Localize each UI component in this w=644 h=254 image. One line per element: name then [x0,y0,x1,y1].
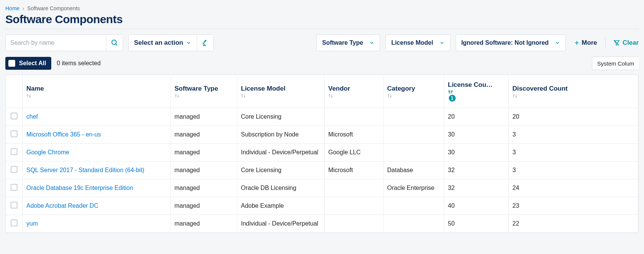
sort-active-asc-icon [448,89,505,95]
sort-icon [175,93,233,99]
svg-line-1 [115,44,117,45]
cell-software-type: managed [170,161,237,179]
row-checkbox[interactable] [11,166,17,173]
sort-icon [513,93,635,99]
filter-ignored-label: Ignored Software: Not Ignored [461,39,549,46]
search-box [5,34,123,51]
clear-label: Clear [622,39,639,47]
col-license-model[interactable]: License Model [237,75,324,108]
table-row: chef managed Core Licensing 20 20 [6,108,638,126]
cell-discovered-count: 20 [508,108,638,126]
row-name-link[interactable]: Google Chrome [27,149,69,155]
filter-ignored-software[interactable]: Ignored Software: Not Ignored [456,34,566,51]
row-checkbox[interactable] [11,130,17,137]
cell-license-count: 50 [444,215,508,233]
search-button[interactable] [106,35,123,51]
cell-software-type: managed [170,144,237,161]
col-vendor[interactable]: Vendor [324,75,383,108]
col-discovered-count[interactable]: Discovered Count [508,75,638,108]
select-action-label: Select an action [134,39,183,47]
cell-name: yum [22,215,170,233]
row-name-link[interactable]: Microsoft Office 365 - en-us [27,131,101,138]
cell-discovered-count: 24 [508,179,638,197]
col-category[interactable]: Category [383,75,444,108]
row-name-link[interactable]: yum [27,220,38,227]
breadcrumb-current: Software Components [27,5,80,11]
cell-name: Adobe Acrobat Reader DC [22,197,170,215]
row-name-link[interactable]: Oracle Database 19c Enterprise Edition [27,185,133,191]
search-input[interactable] [6,39,106,46]
more-filters-button[interactable]: More [571,34,600,51]
divider [5,29,639,29]
search-icon [111,39,118,47]
page-title: Software Components [5,13,639,26]
plus-icon [574,40,579,45]
cell-software-type: managed [170,215,237,233]
svg-rect-2 [204,40,207,43]
checkbox-icon [8,60,15,67]
breadcrumb: Home › Software Components [5,5,639,11]
cell-category [383,126,444,144]
cell-vendor: Microsoft [324,161,383,179]
cell-category [383,215,444,233]
system-columns-button[interactable]: System Colum [592,56,639,70]
table-row: Oracle Database 19c Enterprise Edition m… [6,179,638,197]
row-checkbox[interactable] [11,202,17,209]
cell-discovered-count: 3 [508,144,638,161]
breadcrumb-home[interactable]: Home [5,5,19,11]
cell-license-count: 40 [444,197,508,215]
toolbar: Select an action Software Type License M… [5,34,639,51]
sort-icon [387,93,440,99]
gavel-button[interactable] [197,35,213,51]
col-software-type[interactable]: Software Type [170,75,237,108]
cell-license-model: Subscription by Node [237,126,324,144]
col-check [6,75,22,108]
row-checkbox-cell [6,161,22,179]
row-checkbox-cell [6,197,22,215]
row-checkbox-cell [6,126,22,144]
cell-vendor [324,108,383,126]
col-license-count[interactable]: License Cou… 1 [444,75,508,108]
cell-discovered-count: 23 [508,197,638,215]
select-action-button[interactable]: Select an action [129,35,197,51]
col-license-model-label: License Model [241,85,286,92]
breadcrumb-sep: › [22,5,24,11]
svg-line-8 [614,40,620,45]
row-checkbox[interactable] [11,113,17,119]
cell-name: Google Chrome [22,144,170,161]
cell-vendor: Microsoft [324,126,383,144]
col-name[interactable]: Name [22,75,170,108]
cell-vendor: Google LLC [324,144,383,161]
col-name-label: Name [27,85,44,92]
cell-name: chef [22,108,170,126]
cell-license-model: Oracle DB Licensing [237,179,324,197]
row-name-link[interactable]: chef [27,113,38,120]
row-checkbox[interactable] [11,220,17,226]
row-name-link[interactable]: SQL Server 2017 - Standard Edition (64-b… [27,167,145,173]
filter-license-model[interactable]: License Model [385,34,450,51]
sort-icon [328,93,379,99]
cell-vendor [324,179,383,197]
filter-software-type[interactable]: Software Type [316,34,380,51]
clear-filters-button[interactable]: Clear [611,34,639,51]
svg-rect-3 [202,42,205,45]
filter-software-type-label: Software Type [322,39,363,46]
row-checkbox[interactable] [11,148,17,155]
row-name-link[interactable]: Adobe Acrobat Reader DC [27,202,98,209]
cell-name: SQL Server 2017 - Standard Edition (64-b… [22,161,170,179]
svg-rect-4 [203,45,206,46]
cell-license-model: Core Licensing [237,161,324,179]
col-discovered-count-label: Discovered Count [513,85,568,92]
select-all-label: Select All [19,60,46,67]
cell-license-count: 32 [444,161,508,179]
select-all-button[interactable]: Select All [5,57,51,70]
clear-filter-icon [613,39,620,46]
table-header-row: Name Software Type License Model [6,75,638,108]
chevron-down-icon [186,40,191,45]
sort-priority-badge: 1 [449,95,456,102]
cell-category [383,197,444,215]
gavel-icon [202,39,209,47]
chevron-down-icon [439,40,445,45]
row-checkbox[interactable] [11,184,17,191]
table-row: yum managed Individual - Device/Perpetua… [6,215,638,233]
